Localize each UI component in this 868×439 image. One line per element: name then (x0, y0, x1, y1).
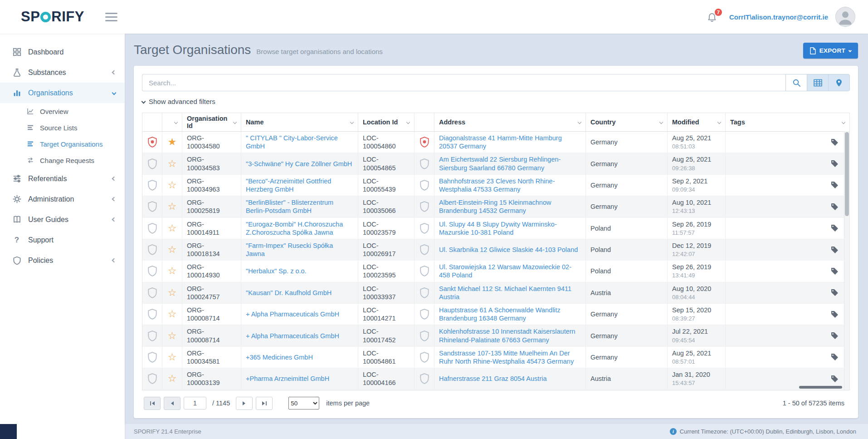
column-header-org-shield[interactable] (142, 113, 162, 131)
export-button[interactable]: EXPORT (803, 43, 858, 59)
table-row[interactable]: ☆ ORG-100008714 + Alpha Pharmaceuticals … (142, 325, 849, 346)
location-shield-icon[interactable] (419, 244, 429, 255)
sidebar-collapse-button[interactable] (0, 424, 17, 439)
search-button[interactable] (785, 74, 807, 91)
tag-icon[interactable] (831, 224, 839, 232)
organisation-shield-icon[interactable] (147, 223, 157, 234)
table-view-button[interactable] (807, 74, 829, 91)
sidebar-item-target-organisations[interactable]: Target Organisations (0, 136, 125, 152)
organisation-shield-icon[interactable] (147, 137, 157, 148)
column-header-modified[interactable]: Modified (668, 113, 726, 131)
column-header-location-shield[interactable] (414, 113, 434, 131)
star-icon[interactable]: ☆ (168, 245, 177, 255)
organisation-name-link[interactable]: "Kausan" Dr. Kaufhold GmbH (246, 289, 353, 297)
location-shield-icon[interactable] (419, 180, 429, 191)
column-header-organisation-id[interactable]: Organisation Id (182, 113, 241, 131)
star-icon[interactable]: ☆ (168, 180, 177, 190)
star-icon[interactable]: ★ (168, 137, 177, 147)
organisation-name-link[interactable]: "Herbalux" Sp. z o.o. (246, 267, 353, 275)
avatar[interactable] (835, 7, 855, 27)
organisation-shield-icon[interactable] (147, 309, 157, 320)
location-shield-icon[interactable] (419, 201, 429, 212)
sidebar-item-substances[interactable]: Substances (0, 62, 125, 83)
sidebar-item-organisations[interactable]: Organisations (0, 83, 125, 103)
address-link[interactable]: Albert-Einstein-Ring 15 Kleinmachnow Bra… (439, 198, 581, 215)
organisation-shield-icon[interactable] (147, 352, 157, 363)
column-header-favourite[interactable] (162, 113, 182, 131)
vertical-scrollbar-thumb[interactable] (845, 132, 849, 216)
star-icon[interactable]: ☆ (168, 202, 177, 212)
location-shield-icon[interactable] (419, 158, 429, 169)
map-view-button[interactable] (828, 74, 850, 91)
table-row[interactable]: ☆ ORG-100014930 "Herbalux" Sp. z o.o. LO… (142, 261, 849, 282)
tag-icon[interactable] (831, 375, 839, 383)
organisation-name-link[interactable]: "BerlinBlister" - Blisterzentrum Berlin-… (246, 198, 353, 215)
address-link[interactable]: Kohlenhofstrasse 10 Innenstadt Kaisersla… (439, 327, 581, 344)
location-shield-icon[interactable] (419, 352, 429, 363)
tag-icon[interactable] (831, 267, 839, 275)
sporify-logo[interactable]: SPRIFY (21, 9, 84, 25)
star-icon[interactable]: ☆ (168, 266, 177, 276)
location-shield-icon[interactable] (419, 266, 429, 276)
tag-icon[interactable] (831, 160, 839, 168)
tag-icon[interactable] (831, 181, 839, 189)
organisation-name-link[interactable]: + Alpha Pharmaceuticals GmbH (246, 310, 353, 318)
table-row[interactable]: ☆ ORG-100014911 "Eurogaz-Bombi" H.Choros… (142, 218, 849, 239)
location-shield-icon[interactable] (419, 330, 429, 341)
column-header-address[interactable]: Address (434, 113, 586, 131)
tag-icon[interactable] (831, 332, 839, 340)
address-link[interactable]: Ul. Slupy 44 B Slupy Dywity Warminsko-Ma… (439, 220, 581, 237)
table-row[interactable]: ☆ ORG-100018134 "Farm-Impex" Rusecki Spó… (142, 239, 849, 261)
table-row[interactable]: ☆ ORG-100008714 + Alpha Pharmaceuticals … (142, 304, 849, 325)
organisation-name-link[interactable]: "Eurogaz-Bombi" H.Choroszucha Z.Choroszu… (246, 220, 353, 237)
star-icon[interactable]: ☆ (168, 223, 177, 233)
address-link[interactable]: Sandstrasse 107-135 Mitte Muelheim An De… (439, 349, 581, 365)
horizontal-scrollbar-thumb[interactable] (799, 386, 842, 389)
sidebar-item-overview[interactable]: Overview (0, 103, 125, 119)
organisation-shield-icon[interactable] (147, 373, 157, 384)
location-shield-icon[interactable] (419, 223, 429, 234)
organisation-name-link[interactable]: +Pharma Arzneimittel GmbH (246, 375, 353, 383)
previous-page-button[interactable] (164, 397, 180, 410)
show-advanced-filters-toggle[interactable]: Show advanced filters (142, 98, 215, 105)
star-icon[interactable]: ☆ (168, 374, 177, 384)
vertical-scrollbar[interactable] (844, 131, 849, 390)
location-shield-icon[interactable] (419, 373, 429, 384)
search-input[interactable] (142, 74, 786, 91)
page-number-input[interactable] (184, 397, 206, 409)
star-icon[interactable]: ☆ (168, 288, 177, 298)
sidebar-item-user-guides[interactable]: User Guides (0, 209, 125, 230)
address-link[interactable]: Bahnhofstrasse 23 Cleves North Rhine-Wes… (439, 177, 581, 193)
organisation-name-link[interactable]: "Berco"-Arzneimittel Gottfried Herzberg … (246, 177, 353, 193)
first-page-button[interactable] (144, 397, 161, 410)
address-link[interactable]: Hauptstrasse 61 A Schoenwalde Wandlitz B… (439, 306, 581, 322)
organisation-shield-icon[interactable] (147, 201, 157, 212)
address-link[interactable]: Am Eichertswald 22 Siersburg Rehlingen-S… (439, 155, 581, 172)
table-row[interactable]: ☆ ORG-100003139 +Pharma Arzneimittel Gmb… (142, 368, 849, 390)
sidebar-item-dashboard[interactable]: Dashboard (0, 42, 125, 62)
table-row[interactable]: ☆ ORG-100034963 "Berco"-Arzneimittel Got… (142, 175, 849, 196)
location-shield-icon[interactable] (419, 309, 429, 320)
tag-icon[interactable] (831, 138, 839, 146)
table-row[interactable]: ☆ ORG-100025819 "BerlinBlister" - Bliste… (142, 196, 849, 217)
sidebar-item-change-requests[interactable]: Change Requests (0, 152, 125, 168)
star-icon[interactable]: ☆ (168, 331, 177, 341)
column-header-tags[interactable]: Tags (726, 113, 849, 131)
location-shield-icon[interactable] (419, 137, 429, 148)
sidebar-item-administration[interactable]: Administration (0, 189, 125, 209)
tag-icon[interactable] (831, 353, 839, 361)
location-shield-icon[interactable] (419, 287, 429, 298)
tag-icon[interactable] (831, 311, 839, 318)
tag-icon[interactable] (831, 246, 839, 254)
star-icon[interactable]: ☆ (168, 309, 177, 319)
column-header-location-id[interactable]: Location Id (358, 113, 414, 131)
table-row[interactable]: ☆ ORG-100034581 +365 Medicines GmbH LOC-… (142, 347, 849, 368)
address-link[interactable]: Sankt Michael 112 St. Michael Kaernten 9… (439, 285, 581, 301)
next-page-button[interactable] (236, 397, 253, 410)
column-header-name[interactable]: Name (241, 113, 358, 131)
organisation-name-link[interactable]: + Alpha Pharmaceuticals GmbH (246, 332, 353, 340)
page-size-select[interactable]: 50 (288, 397, 319, 409)
last-page-button[interactable] (256, 397, 273, 410)
organisation-shield-icon[interactable] (147, 266, 157, 276)
notifications-button[interactable]: 7 (707, 11, 717, 22)
